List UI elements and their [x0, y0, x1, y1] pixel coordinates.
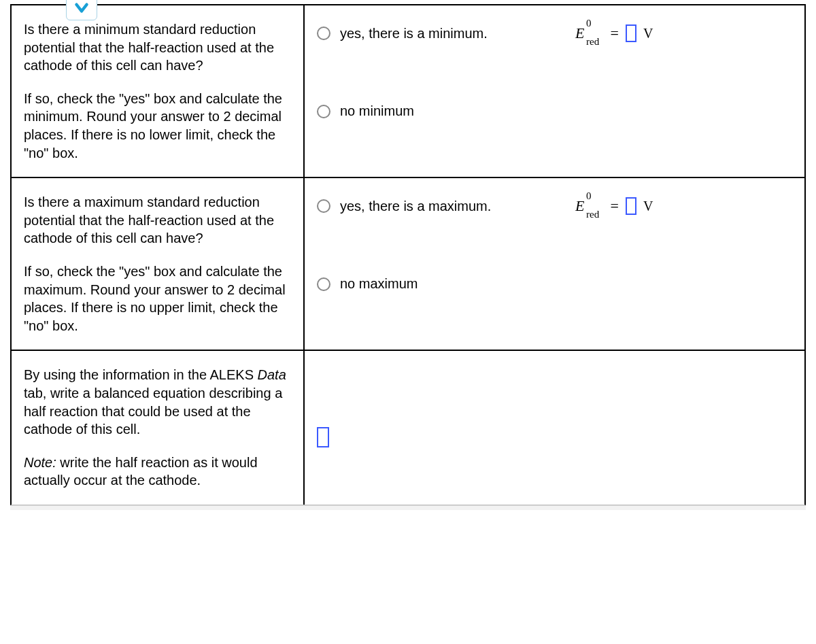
chevron-down-icon [73, 0, 90, 16]
radio-icon [317, 27, 330, 40]
min-yes-label: yes, there is a minimum. [340, 26, 488, 41]
min-yes-option[interactable]: yes, there is a minimum. [317, 24, 562, 42]
question-panel: Is there a minimum standard reduction po… [10, 4, 806, 505]
min-no-label: no minimum [340, 103, 414, 119]
radio-icon [317, 105, 330, 118]
equation-question-text: By using the information in the ALEKS Da… [12, 350, 304, 505]
eq-q-para: By using the information in the ALEKS Da… [24, 366, 291, 438]
max-q-p1: Is there a maximum standard reduction po… [24, 193, 291, 248]
minimum-question-text: Is there a minimum standard reduction po… [12, 5, 304, 177]
equation-answer-cell [304, 350, 804, 505]
equals-sign: = [610, 197, 618, 215]
question-table: Is there a minimum standard reduction po… [12, 5, 804, 505]
maximum-question-text: Is there a maximum standard reduction po… [12, 177, 304, 350]
min-q-p1: Is there a minimum standard reduction po… [24, 20, 291, 75]
max-no-label: no maximum [340, 276, 418, 292]
equals-sign: = [610, 24, 618, 42]
max-value-input[interactable] [626, 197, 636, 215]
max-yes-option[interactable]: yes, there is a maximum. [317, 197, 562, 215]
max-no-option[interactable]: no maximum [317, 276, 562, 292]
minimum-answer-cell: yes, there is a minimum. E 0 red = V [304, 5, 804, 177]
min-value-input[interactable] [626, 24, 636, 42]
maximum-answer-cell: yes, there is a maximum. E 0 red = V [304, 177, 804, 350]
unit-volts: V [643, 199, 653, 214]
footer-divider [10, 505, 806, 510]
equation-input[interactable] [317, 427, 329, 447]
radio-icon [317, 199, 330, 213]
e-variable: E 0 red [575, 197, 603, 215]
max-yes-label: yes, there is a maximum. [340, 199, 491, 214]
min-no-option[interactable]: no minimum [317, 103, 562, 119]
max-formula: E 0 red = V [575, 197, 792, 215]
min-formula: E 0 red = V [575, 24, 792, 42]
min-q-p2: If so, check the "yes" box and calculate… [24, 90, 291, 162]
max-q-p2: If so, check the "yes" box and calculate… [24, 262, 291, 335]
e-variable: E 0 red [575, 24, 603, 42]
eq-note: Note: write the half reaction as it woul… [24, 454, 291, 490]
collapse-toggle[interactable] [66, 0, 97, 20]
radio-icon [317, 277, 330, 291]
unit-volts: V [643, 26, 653, 41]
